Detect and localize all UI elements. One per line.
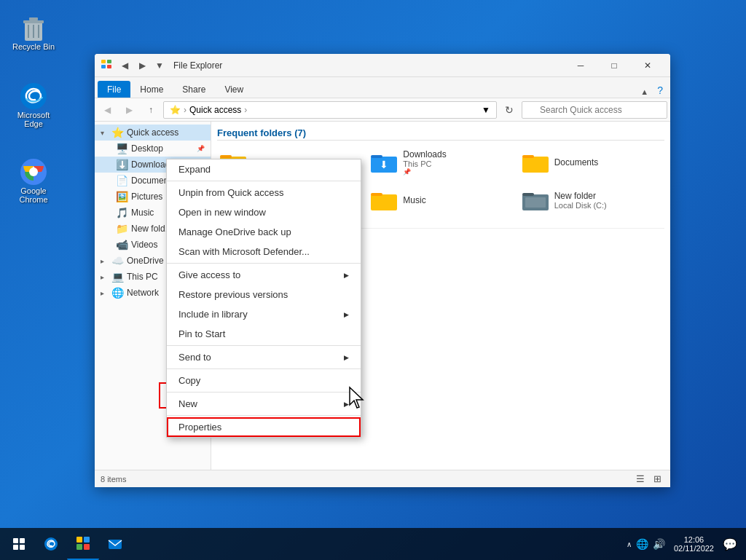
clock-date: 02/11/2022 — [674, 544, 714, 553]
ctx-pin-start[interactable]: Pin to Start — [167, 324, 361, 344]
address-dropdown[interactable]: ▼ — [482, 105, 490, 115]
edge-label: Microsoft Edge — [10, 111, 57, 128]
tab-file[interactable]: File — [98, 81, 130, 98]
title-bar-icon — [101, 58, 112, 73]
close-button[interactable]: ✕ — [631, 54, 664, 77]
svg-rect-19 — [522, 157, 549, 173]
music-label-sb: Music — [131, 208, 154, 218]
win-sq-3 — [13, 545, 18, 550]
ctx-send-to[interactable]: Send to — [167, 347, 361, 367]
folder-downloads-sub: This PC — [403, 159, 446, 168]
ctx-scan-defender[interactable]: Scan with Microsoft Defender... — [167, 242, 361, 261]
ctx-restore-versions[interactable]: Restore previous versions — [167, 285, 361, 304]
sidebar-item-quickaccess[interactable]: ▾ ⭐ Quick access — [95, 125, 211, 141]
ctx-open-window[interactable]: Open in new window — [167, 202, 361, 222]
ctx-divider-6 — [167, 415, 361, 416]
details-view-btn[interactable]: ☰ — [633, 472, 648, 486]
section-header: Frequent folders (7) — [217, 127, 664, 141]
status-bar: 8 items ☰ ⊞ — [95, 470, 670, 487]
folder-newfolder-icon — [522, 187, 549, 213]
ctx-divider-3 — [167, 345, 361, 346]
taskbar-mail-btn[interactable] — [99, 528, 131, 560]
win-sq-1 — [13, 538, 18, 543]
tab-share[interactable]: Share — [173, 81, 215, 98]
ctx-give-access[interactable]: Give access to — [167, 265, 361, 285]
taskbar-right: ∧ 🌐 🔊 12:06 02/11/2022 💬 — [627, 534, 743, 554]
refresh-button[interactable]: ↻ — [500, 100, 519, 119]
folder-downloads-pin: 📌 — [403, 168, 446, 176]
svg-rect-25 — [371, 194, 397, 210]
svg-rect-10 — [101, 60, 106, 63]
maximize-button[interactable]: □ — [597, 54, 631, 77]
svg-rect-15 — [220, 155, 232, 158]
chrome-desktop-icon[interactable]: Google Chrome — [7, 154, 60, 207]
ctx-expand[interactable]: Expand — [167, 159, 361, 179]
quickaccess-label: Quick access — [127, 127, 178, 138]
svg-rect-12 — [107, 60, 111, 63]
ribbon-tabs: File Home Share View ▲ ? — [95, 77, 670, 98]
svg-rect-33 — [84, 537, 90, 543]
ribbon-collapse-btn[interactable]: ▲ — [636, 86, 653, 98]
folder-music[interactable]: Music — [368, 184, 513, 216]
window-controls: ─ □ ✕ — [564, 54, 664, 77]
svg-rect-17 — [371, 155, 382, 158]
folder-documents[interactable]: Documents — [519, 146, 664, 178]
recycle-bin-svg — [19, 13, 48, 42]
ctx-copy[interactable]: Copy — [167, 371, 361, 390]
ctx-unpin[interactable]: Unpin from Quick access — [167, 183, 361, 202]
svg-rect-28 — [522, 193, 534, 196]
tab-home[interactable]: Home — [130, 81, 173, 98]
nav-forward-button[interactable]: ▶ — [119, 100, 138, 119]
pictures-icon-sb: 🖼️ — [115, 191, 128, 202]
chrome-label: Google Chrome — [10, 186, 57, 204]
folder-music-info: Music — [403, 195, 425, 205]
recycle-bin-icon[interactable]: Recycle Bin — [7, 10, 60, 54]
taskbar-clock[interactable]: 12:06 02/11/2022 — [668, 534, 720, 554]
ctx-manage-onedrive[interactable]: Manage OneDrive back up — [167, 222, 361, 242]
folder-newfolder[interactable]: New folder Local Disk (C:) — [519, 184, 664, 216]
context-menu: Expand Unpin from Quick access Open in n… — [166, 159, 361, 438]
sidebar-item-desktop[interactable]: 🖥️ Desktop 📌 — [95, 141, 211, 157]
videos-icon-sb: 📹 — [115, 239, 128, 251]
forward-qs-btn[interactable]: ▶ — [134, 58, 150, 74]
start-button[interactable] — [3, 528, 35, 560]
ctx-new[interactable]: New — [167, 394, 361, 414]
taskbar-edge-btn[interactable] — [35, 528, 67, 560]
tray-volume-icon: 🔊 — [653, 538, 665, 550]
down-qs-btn[interactable]: ▼ — [152, 58, 168, 74]
chrome-svg — [19, 157, 48, 186]
svg-point-6 — [20, 83, 47, 109]
minimize-button[interactable]: ─ — [564, 54, 597, 77]
downloads-icon-sb: ⬇️ — [115, 159, 128, 170]
folder-documents-name: Documents — [554, 157, 599, 167]
taskbar-explorer-btn[interactable] — [67, 528, 99, 560]
search-input[interactable] — [522, 101, 667, 119]
notification-btn[interactable]: 💬 — [723, 537, 737, 551]
large-icons-btn[interactable]: ⊞ — [651, 472, 664, 486]
folder-newfolder-sub: Local Disk (C:) — [554, 201, 607, 210]
expand-arrow: ▾ — [101, 129, 108, 137]
edge-desktop-icon[interactable]: Microsoft Edge — [7, 79, 60, 131]
svg-rect-36 — [109, 540, 122, 549]
back-qs-btn[interactable]: ◀ — [117, 58, 133, 74]
nav-up-button[interactable]: ↑ — [141, 100, 160, 119]
thispc-label-sb: This PC — [127, 272, 158, 282]
address-path[interactable]: ⭐ › Quick access › ▼ — [163, 101, 497, 119]
ctx-divider-2 — [167, 263, 361, 264]
ctx-include-library[interactable]: Include in library — [167, 304, 361, 324]
folder-downloads-info: Downloads This PC 📌 — [403, 149, 446, 176]
win-sq-2 — [20, 538, 25, 543]
address-bar: ◀ ▶ ↑ ⭐ › Quick access › ▼ ↻ 🔍 — [95, 98, 670, 122]
desktop-icon-sb: 🖥️ — [115, 143, 128, 154]
svg-rect-29 — [525, 197, 546, 208]
taskbar: ∧ 🌐 🔊 12:06 02/11/2022 💬 — [0, 528, 746, 560]
ctx-properties[interactable]: Properties — [167, 417, 361, 437]
help-button[interactable]: ? — [653, 83, 667, 98]
quickaccess-icon: ⭐ — [111, 127, 124, 138]
tab-view[interactable]: View — [215, 81, 253, 98]
videos-label-sb: Videos — [131, 240, 157, 250]
tray-arrow[interactable]: ∧ — [627, 540, 632, 548]
nav-back-button[interactable]: ◀ — [98, 100, 117, 119]
window-title: File Explorer — [173, 60, 564, 71]
folder-downloads[interactable]: ⬇ Downloads This PC 📌 — [368, 146, 513, 178]
